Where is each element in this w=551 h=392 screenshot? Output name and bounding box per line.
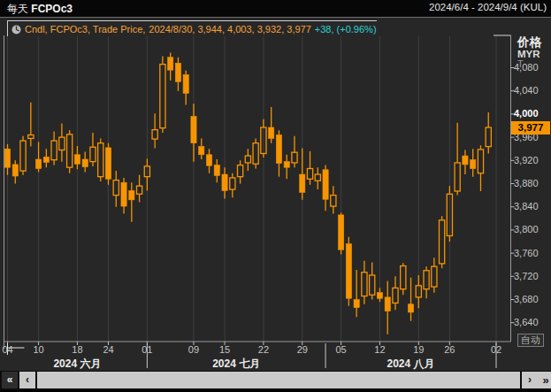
date-tick-label: 01 bbox=[135, 344, 158, 355]
candle-body-down bbox=[385, 297, 390, 311]
candle-body-down bbox=[377, 293, 382, 299]
candle-body-down bbox=[471, 160, 476, 169]
candle-body-up bbox=[370, 275, 375, 295]
candle-body-up bbox=[113, 181, 119, 196]
candle-body-down bbox=[269, 127, 274, 138]
price-tick-label: 4,000 bbox=[514, 108, 549, 119]
date-tick-label: 24 bbox=[97, 344, 120, 355]
scroll-thumb[interactable] bbox=[37, 372, 520, 388]
candle-body-up bbox=[20, 141, 26, 171]
scroll-first-button[interactable]: « bbox=[2, 372, 18, 388]
scroll-last-button[interactable]: » bbox=[538, 372, 551, 388]
price-tick-label: 3,680 bbox=[514, 294, 549, 304]
candle-body-up bbox=[90, 147, 96, 161]
candle-body-down bbox=[206, 155, 211, 165]
candle-body-up bbox=[455, 163, 460, 191]
candle-body-down bbox=[222, 174, 227, 190]
price-tick-label: 3,880 bbox=[514, 178, 549, 188]
candle-body-up bbox=[160, 65, 165, 128]
candle-body-up bbox=[51, 141, 57, 160]
auto-scale-button[interactable]: 自动 bbox=[517, 334, 544, 347]
candle-body-down bbox=[168, 58, 173, 70]
candle-body-up bbox=[253, 143, 258, 165]
candle-body-up bbox=[230, 178, 235, 189]
date-tick-label: 05 bbox=[330, 344, 353, 355]
chart-header: 每天 FCPOc3 2024/6/4 - 2024/9/4 (KUL) bbox=[0, 0, 551, 17]
candle-body-down bbox=[191, 117, 196, 143]
month-label: 2024 八月 bbox=[363, 357, 460, 372]
candle-body-down bbox=[323, 170, 328, 199]
chart-title: 每天 FCPOc3 bbox=[7, 2, 73, 17]
candle-body-up bbox=[152, 130, 157, 139]
candle-body-down bbox=[354, 300, 359, 308]
month-label: 2024 六月 bbox=[28, 357, 126, 372]
price-tick-label: 3,640 bbox=[514, 317, 549, 327]
candle-body-up bbox=[136, 186, 142, 194]
candle-body-down bbox=[74, 155, 80, 164]
price-axis-title-text: 价格 bbox=[517, 36, 541, 49]
price-tick-label: 3,800 bbox=[514, 224, 549, 234]
candle-body-up bbox=[424, 271, 429, 289]
candle-body-up bbox=[486, 127, 491, 147]
time-scrollbar: « ‹ › » bbox=[0, 371, 551, 390]
candle-body-up bbox=[238, 165, 243, 177]
candle-body-up bbox=[245, 156, 250, 163]
candle-body-up bbox=[478, 150, 483, 173]
candle-body-down bbox=[346, 244, 351, 299]
symbol-label: FCPOc3 bbox=[31, 3, 73, 15]
candle-body-down bbox=[284, 162, 289, 168]
date-tick-label: 18 bbox=[65, 344, 88, 355]
date-tick-label: 10 bbox=[27, 344, 50, 355]
candle-body-up bbox=[28, 135, 34, 139]
candle-body-down bbox=[183, 74, 188, 93]
date-tick-label: 19 bbox=[407, 344, 430, 355]
candle-body-down bbox=[463, 156, 468, 165]
candle-body-down bbox=[408, 304, 413, 312]
candle-body-down bbox=[105, 148, 111, 179]
candle-body-up bbox=[401, 266, 406, 289]
last-price-tag: 3,977 bbox=[511, 121, 550, 135]
date-tick-label: 04 bbox=[0, 344, 19, 355]
candle-body-down bbox=[82, 159, 88, 167]
candle-body-up bbox=[292, 152, 297, 163]
periodicity-label: 每天 bbox=[7, 3, 28, 15]
candle-body-down bbox=[121, 182, 126, 206]
candle-body-down bbox=[214, 165, 219, 176]
date-tick-label: 12 bbox=[368, 344, 391, 355]
candle-body-up bbox=[98, 143, 103, 177]
scroll-prev-button[interactable]: ‹ bbox=[19, 372, 35, 388]
candle-body-down bbox=[43, 157, 49, 162]
price-tick-label: 3,920 bbox=[514, 155, 549, 165]
scroll-track[interactable] bbox=[37, 372, 520, 388]
date-tick-label: 22 bbox=[252, 344, 275, 355]
date-range-label: 2024/6/4 - 2024/9/4 (KUL) bbox=[429, 2, 547, 12]
candle-body-down bbox=[339, 215, 344, 250]
candle-body-up bbox=[393, 288, 398, 303]
candle-body-down bbox=[12, 165, 18, 176]
date-tick-label: 02 bbox=[485, 344, 508, 355]
price-tick-label: 3,720 bbox=[514, 271, 549, 281]
price-axis-scale: T bbox=[517, 59, 541, 70]
date-tick-label: 15 bbox=[213, 344, 236, 355]
candle-body-down bbox=[175, 63, 180, 81]
candle-body-down bbox=[35, 159, 41, 168]
scroll-next-button[interactable]: › bbox=[522, 372, 538, 388]
candle-body-down bbox=[4, 149, 10, 167]
month-label: 2024 七月 bbox=[187, 357, 285, 372]
candle-body-up bbox=[67, 135, 73, 167]
candle-body-up bbox=[315, 174, 320, 181]
candle-body-down bbox=[129, 190, 134, 199]
candle-body-up bbox=[432, 266, 437, 287]
candle-body-up bbox=[440, 220, 445, 264]
candle-body-up bbox=[331, 196, 336, 206]
chart-pane: Cndl, FCPOc3, Trade Price, 2024/8/30, 3,… bbox=[0, 17, 551, 372]
date-tick-label: 29 bbox=[291, 344, 314, 355]
candle-body-down bbox=[276, 135, 281, 164]
price-axis-title: 价格 MYR T bbox=[517, 36, 541, 70]
candle-body-up bbox=[307, 168, 312, 179]
date-tick-label: 09 bbox=[182, 344, 205, 355]
chart-window: 每天 FCPOc3 2024/6/4 - 2024/9/4 (KUL) Cndl… bbox=[0, 0, 551, 392]
candle-body-up bbox=[59, 137, 65, 150]
candle-body-down bbox=[300, 174, 305, 192]
price-tick-label: 4,040 bbox=[514, 85, 549, 96]
